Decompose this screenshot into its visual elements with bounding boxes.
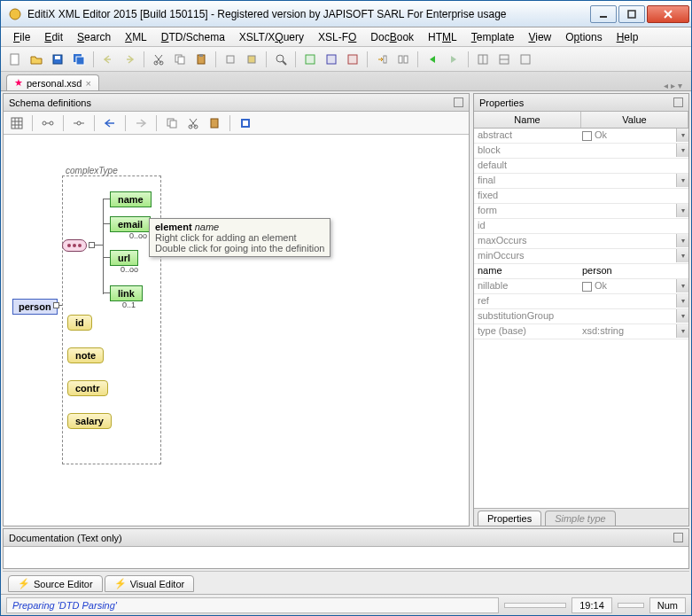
schema-attr-contr[interactable]: contr	[67, 380, 108, 396]
svg-point-41	[77, 121, 81, 125]
prop-row-ref[interactable]: ref▾	[474, 294, 688, 309]
menu-help[interactable]: Help	[610, 29, 646, 45]
menu-template[interactable]: Template	[464, 29, 522, 45]
props-columns: Name Value	[474, 112, 688, 129]
prop-row-final[interactable]: final▾	[474, 174, 688, 189]
validate2-icon[interactable]	[323, 51, 340, 68]
st-mode-icon[interactable]	[237, 115, 253, 131]
st-paste-icon[interactable]	[206, 115, 222, 131]
tool-icon[interactable]	[222, 51, 239, 68]
svg-line-48	[190, 119, 197, 127]
cut-icon[interactable]	[150, 51, 167, 68]
st-copy-icon[interactable]	[164, 115, 180, 131]
prop-row-abstract[interactable]: abstractOk▾	[474, 129, 688, 144]
expand-icon[interactable]	[40, 115, 56, 131]
menu-dtd[interactable]: DTD/Schema	[154, 29, 232, 45]
menu-html[interactable]: HTML	[421, 29, 464, 45]
transform-icon[interactable]	[373, 51, 391, 68]
back-icon[interactable]	[424, 51, 441, 68]
prop-row-nillable[interactable]: nillableOk▾	[474, 279, 688, 294]
prop-row-default[interactable]: default	[474, 159, 688, 174]
sequence-node[interactable]	[62, 239, 87, 252]
schema-attr-salary[interactable]: salary	[67, 413, 112, 429]
menu-edit[interactable]: Edit	[37, 29, 70, 45]
tab-nav[interactable]: ◂ ▸ ▾	[664, 81, 686, 90]
prop-row-id[interactable]: id	[474, 219, 688, 234]
props-subtabs: Properties Simple type	[474, 508, 688, 526]
schema-panel-header: Schema definitions	[4, 94, 469, 112]
svg-point-40	[50, 121, 53, 125]
menu-xml[interactable]: XML	[118, 29, 154, 45]
prop-row-type (base)[interactable]: type (base)xsd:string▾	[474, 324, 688, 339]
svg-rect-33	[12, 118, 22, 129]
undo-icon[interactable]	[99, 51, 117, 68]
documentation-body[interactable]	[4, 547, 688, 568]
nav-fwd-icon[interactable]	[133, 115, 149, 131]
editor-tabs: ⚡Source Editor ⚡Visual Editor	[3, 571, 689, 592]
file-tab[interactable]: ★ personal.xsd ×	[6, 74, 99, 90]
open-icon[interactable]	[27, 51, 45, 68]
svg-rect-5	[11, 54, 19, 65]
schema-element-url[interactable]: url	[110, 250, 138, 266]
panel-toggle-icon[interactable]	[673, 97, 683, 107]
props-grid[interactable]: abstractOk▾block▾defaultfinal▾fixedform▾…	[474, 129, 688, 508]
schema-element-email[interactable]: email	[110, 216, 151, 232]
saveall-icon[interactable]	[70, 51, 88, 68]
prop-row-name[interactable]: nameperson	[474, 264, 688, 279]
tab-source-editor[interactable]: ⚡Source Editor	[8, 575, 103, 592]
schema-element-link[interactable]: link	[110, 285, 143, 301]
validate3-icon[interactable]	[344, 51, 362, 68]
panel-toggle-icon[interactable]	[673, 533, 683, 542]
save-icon[interactable]	[49, 51, 66, 68]
find-icon[interactable]	[272, 51, 290, 68]
prop-row-minOccurs[interactable]: minOccurs▾	[474, 249, 688, 264]
prop-row-substitutionGroup[interactable]: substitutionGroup▾	[474, 309, 688, 324]
subtab-simpletype[interactable]: Simple type	[545, 511, 615, 526]
line	[103, 223, 110, 224]
menu-docbook[interactable]: DocBook	[363, 29, 421, 45]
collapse-icon[interactable]	[71, 115, 87, 131]
grid-icon[interactable]	[9, 115, 25, 131]
schema-attr-note[interactable]: note	[67, 347, 104, 363]
svg-point-55	[78, 244, 82, 247]
schema-attr-id[interactable]: id	[67, 315, 92, 331]
prop-row-maxOccurs[interactable]: maxOccurs▾	[474, 234, 688, 249]
validate-icon[interactable]	[301, 51, 319, 68]
new-icon[interactable]	[6, 51, 24, 68]
forward-icon[interactable]	[445, 51, 463, 68]
menu-search[interactable]: Search	[70, 29, 118, 45]
copy-icon[interactable]	[171, 51, 189, 68]
subtab-properties[interactable]: Properties	[478, 511, 541, 526]
menu-view[interactable]: View	[521, 29, 558, 45]
view1-icon[interactable]	[474, 51, 492, 68]
maximize-button[interactable]	[618, 5, 645, 23]
tab-visual-editor[interactable]: ⚡Visual Editor	[105, 575, 195, 592]
minimize-button[interactable]	[590, 5, 617, 23]
menu-xslt[interactable]: XSLT/XQuery	[232, 29, 311, 45]
prop-row-block[interactable]: block▾	[474, 144, 688, 159]
redo-icon[interactable]	[121, 51, 138, 68]
app-icon	[8, 7, 22, 21]
nav-back-icon[interactable]	[102, 115, 118, 131]
paste-icon[interactable]	[192, 51, 210, 68]
menu-file[interactable]: File	[6, 29, 37, 45]
connector-icon[interactable]	[53, 302, 59, 308]
prop-row-form[interactable]: form▾	[474, 204, 688, 219]
close-tab-icon[interactable]: ×	[85, 78, 90, 89]
props-col-value[interactable]: Value	[581, 112, 688, 128]
transform2-icon[interactable]	[394, 51, 412, 68]
prop-row-fixed[interactable]: fixed	[474, 189, 688, 204]
menu-xslfo[interactable]: XSL-FO	[311, 29, 363, 45]
panel-toggle-icon[interactable]	[454, 97, 463, 107]
seq-connector-icon[interactable]	[89, 242, 95, 248]
root-element-box[interactable]: person	[12, 299, 58, 315]
view2-icon[interactable]	[495, 51, 513, 68]
props-col-name[interactable]: Name	[474, 112, 581, 128]
schema-canvas[interactable]: person complexType name email 0..oo	[4, 135, 469, 526]
st-cut-icon[interactable]	[185, 115, 201, 131]
schema-element-name[interactable]: name	[110, 191, 152, 207]
tool2-icon[interactable]	[243, 51, 260, 68]
menu-options[interactable]: Options	[558, 29, 609, 45]
view3-icon[interactable]	[517, 51, 534, 68]
close-button[interactable]	[647, 5, 689, 23]
